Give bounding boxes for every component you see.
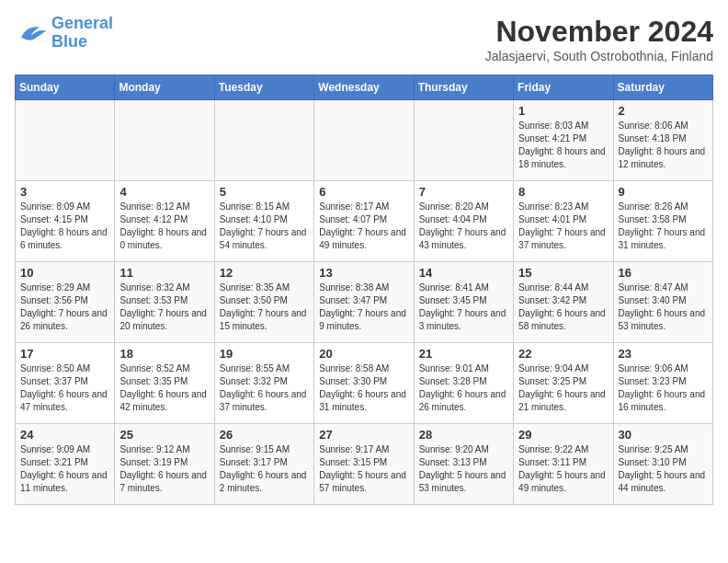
logo-text: General Blue: [51, 15, 113, 52]
calendar-cell: 12Sunrise: 8:35 AM Sunset: 3:50 PM Dayli…: [214, 262, 313, 343]
calendar-cell: 10Sunrise: 8:29 AM Sunset: 3:56 PM Dayli…: [16, 262, 115, 343]
calendar-cell: 28Sunrise: 9:20 AM Sunset: 3:13 PM Dayli…: [414, 424, 513, 505]
calendar-cell: 15Sunrise: 8:44 AM Sunset: 3:42 PM Dayli…: [514, 262, 613, 343]
header-cell-monday: Monday: [115, 75, 214, 100]
day-info: Sunrise: 8:55 AM Sunset: 3:32 PM Dayligh…: [220, 362, 309, 414]
day-number: 2: [619, 104, 708, 118]
day-number: 12: [220, 266, 309, 280]
calendar-cell: 30Sunrise: 9:25 AM Sunset: 3:10 PM Dayli…: [613, 424, 712, 505]
calendar-header: SundayMondayTuesdayWednesdayThursdayFrid…: [16, 75, 713, 100]
day-info: Sunrise: 9:09 AM Sunset: 3:21 PM Dayligh…: [20, 443, 109, 495]
day-info: Sunrise: 9:12 AM Sunset: 3:19 PM Dayligh…: [119, 443, 209, 495]
calendar-cell: 13Sunrise: 8:38 AM Sunset: 3:47 PM Dayli…: [314, 262, 414, 343]
day-number: 16: [619, 266, 708, 280]
calendar-row: 1Sunrise: 8:03 AM Sunset: 4:21 PM Daylig…: [16, 100, 713, 181]
calendar-table: SundayMondayTuesdayWednesdayThursdayFrid…: [15, 75, 713, 505]
day-number: 11: [119, 266, 209, 280]
day-info: Sunrise: 9:22 AM Sunset: 3:11 PM Dayligh…: [518, 443, 608, 495]
calendar-cell: 11Sunrise: 8:32 AM Sunset: 3:53 PM Dayli…: [115, 262, 214, 343]
header-row: SundayMondayTuesdayWednesdayThursdayFrid…: [16, 75, 713, 100]
day-number: 20: [319, 347, 408, 361]
day-info: Sunrise: 8:15 AM Sunset: 4:10 PM Dayligh…: [220, 201, 309, 252]
calendar-cell: 19Sunrise: 8:55 AM Sunset: 3:32 PM Dayli…: [214, 343, 313, 424]
day-info: Sunrise: 8:52 AM Sunset: 3:35 PM Dayligh…: [119, 362, 209, 414]
day-info: Sunrise: 9:01 AM Sunset: 3:28 PM Dayligh…: [419, 362, 508, 414]
calendar-cell: 16Sunrise: 8:47 AM Sunset: 3:40 PM Dayli…: [613, 262, 712, 343]
day-number: 10: [20, 266, 109, 280]
header-cell-saturday: Saturday: [613, 75, 712, 100]
calendar-cell: [115, 100, 214, 181]
day-info: Sunrise: 9:25 AM Sunset: 3:10 PM Dayligh…: [619, 443, 708, 495]
day-info: Sunrise: 8:38 AM Sunset: 3:47 PM Dayligh…: [319, 282, 408, 333]
calendar-cell: 23Sunrise: 9:06 AM Sunset: 3:23 PM Dayli…: [613, 343, 712, 424]
logo: General Blue: [15, 15, 113, 52]
logo-line2: Blue: [51, 32, 87, 51]
day-info: Sunrise: 8:20 AM Sunset: 4:04 PM Dayligh…: [419, 201, 508, 252]
calendar-cell: 2Sunrise: 8:06 AM Sunset: 4:18 PM Daylig…: [613, 100, 712, 181]
calendar-cell: 22Sunrise: 9:04 AM Sunset: 3:25 PM Dayli…: [514, 343, 613, 424]
header-cell-thursday: Thursday: [414, 75, 513, 100]
day-number: 21: [419, 347, 508, 361]
calendar-cell: 14Sunrise: 8:41 AM Sunset: 3:45 PM Dayli…: [414, 262, 513, 343]
day-info: Sunrise: 9:20 AM Sunset: 3:13 PM Dayligh…: [419, 443, 508, 495]
day-info: Sunrise: 8:26 AM Sunset: 3:58 PM Dayligh…: [619, 201, 708, 252]
calendar-cell: 5Sunrise: 8:15 AM Sunset: 4:10 PM Daylig…: [214, 181, 313, 262]
calendar-cell: 17Sunrise: 8:50 AM Sunset: 3:37 PM Dayli…: [16, 343, 115, 424]
calendar-cell: [214, 100, 313, 181]
calendar-cell: [16, 100, 115, 181]
day-number: 23: [619, 347, 708, 361]
calendar-cell: 8Sunrise: 8:23 AM Sunset: 4:01 PM Daylig…: [514, 181, 613, 262]
day-info: Sunrise: 8:06 AM Sunset: 4:18 PM Dayligh…: [619, 120, 708, 171]
day-info: Sunrise: 8:17 AM Sunset: 4:07 PM Dayligh…: [319, 201, 408, 252]
day-number: 19: [220, 347, 309, 361]
calendar-row: 3Sunrise: 8:09 AM Sunset: 4:15 PM Daylig…: [16, 181, 713, 262]
header: General Blue November 2024 Jalasjaervi, …: [15, 15, 713, 63]
day-info: Sunrise: 8:32 AM Sunset: 3:53 PM Dayligh…: [119, 282, 209, 333]
day-number: 27: [319, 428, 408, 442]
title-area: November 2024 Jalasjaervi, South Ostrobo…: [485, 15, 713, 63]
calendar-cell: 9Sunrise: 8:26 AM Sunset: 3:58 PM Daylig…: [613, 181, 712, 262]
header-cell-tuesday: Tuesday: [214, 75, 313, 100]
day-info: Sunrise: 8:03 AM Sunset: 4:21 PM Dayligh…: [518, 120, 608, 171]
day-number: 25: [119, 428, 209, 442]
day-info: Sunrise: 9:04 AM Sunset: 3:25 PM Dayligh…: [518, 362, 608, 414]
day-number: 7: [419, 185, 508, 199]
day-number: 6: [319, 185, 408, 199]
calendar-title: November 2024: [485, 15, 713, 49]
day-number: 15: [518, 266, 608, 280]
calendar-cell: 7Sunrise: 8:20 AM Sunset: 4:04 PM Daylig…: [414, 181, 513, 262]
calendar-cell: 27Sunrise: 9:17 AM Sunset: 3:15 PM Dayli…: [314, 424, 414, 505]
day-info: Sunrise: 8:47 AM Sunset: 3:40 PM Dayligh…: [619, 282, 708, 333]
calendar-cell: 4Sunrise: 8:12 AM Sunset: 4:12 PM Daylig…: [115, 181, 214, 262]
header-cell-sunday: Sunday: [16, 75, 115, 100]
calendar-cell: 3Sunrise: 8:09 AM Sunset: 4:15 PM Daylig…: [16, 181, 115, 262]
day-number: 17: [20, 347, 109, 361]
calendar-cell: 21Sunrise: 9:01 AM Sunset: 3:28 PM Dayli…: [414, 343, 513, 424]
day-info: Sunrise: 8:50 AM Sunset: 3:37 PM Dayligh…: [20, 362, 109, 414]
calendar-body: 1Sunrise: 8:03 AM Sunset: 4:21 PM Daylig…: [16, 100, 713, 505]
day-number: 8: [518, 185, 608, 199]
day-number: 14: [419, 266, 508, 280]
day-number: 29: [518, 428, 608, 442]
calendar-cell: 29Sunrise: 9:22 AM Sunset: 3:11 PM Dayli…: [514, 424, 613, 505]
calendar-cell: 1Sunrise: 8:03 AM Sunset: 4:21 PM Daylig…: [514, 100, 613, 181]
day-number: 13: [319, 266, 408, 280]
calendar-cell: 20Sunrise: 8:58 AM Sunset: 3:30 PM Dayli…: [314, 343, 414, 424]
calendar-row: 24Sunrise: 9:09 AM Sunset: 3:21 PM Dayli…: [16, 424, 713, 505]
day-info: Sunrise: 8:44 AM Sunset: 3:42 PM Dayligh…: [518, 282, 608, 333]
day-number: 1: [518, 104, 608, 118]
day-number: 22: [518, 347, 608, 361]
header-cell-wednesday: Wednesday: [314, 75, 414, 100]
calendar-row: 17Sunrise: 8:50 AM Sunset: 3:37 PM Dayli…: [16, 343, 713, 424]
day-number: 24: [20, 428, 109, 442]
calendar-cell: [314, 100, 414, 181]
day-number: 5: [220, 185, 309, 199]
day-info: Sunrise: 8:41 AM Sunset: 3:45 PM Dayligh…: [419, 282, 508, 333]
day-info: Sunrise: 8:58 AM Sunset: 3:30 PM Dayligh…: [319, 362, 408, 414]
day-info: Sunrise: 8:35 AM Sunset: 3:50 PM Dayligh…: [220, 282, 309, 333]
day-number: 9: [619, 185, 708, 199]
day-number: 30: [619, 428, 708, 442]
day-number: 28: [419, 428, 508, 442]
day-info: Sunrise: 8:09 AM Sunset: 4:15 PM Dayligh…: [20, 201, 109, 252]
day-number: 4: [119, 185, 209, 199]
